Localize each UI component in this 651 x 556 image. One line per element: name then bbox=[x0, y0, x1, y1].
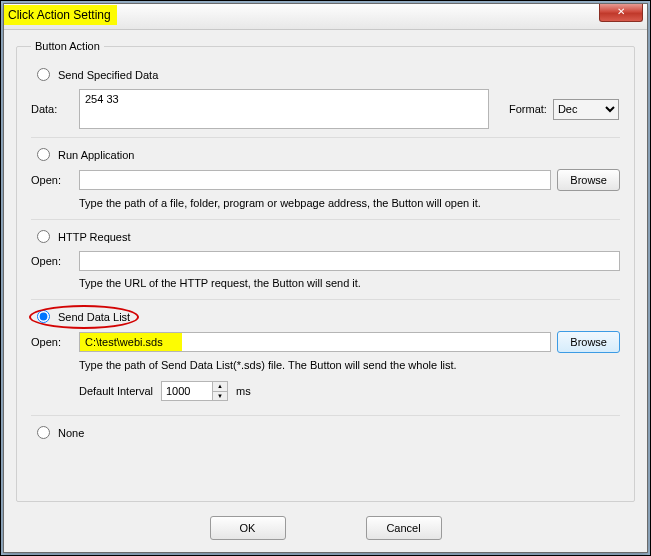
interval-up-button[interactable]: ▲ bbox=[213, 382, 227, 392]
radio-label-http-request: HTTP Request bbox=[58, 231, 131, 243]
window-title: Click Action Setting bbox=[4, 5, 117, 25]
sds-open-input[interactable] bbox=[79, 332, 551, 352]
open-label-run: Open: bbox=[31, 174, 73, 186]
data-input[interactable]: 254 33 bbox=[79, 89, 489, 129]
radio-none[interactable] bbox=[37, 426, 50, 439]
radio-send-data-list[interactable] bbox=[37, 310, 50, 323]
run-open-input[interactable] bbox=[79, 170, 551, 190]
close-button[interactable]: ✕ bbox=[599, 4, 643, 22]
interval-input[interactable] bbox=[162, 382, 212, 400]
http-open-input[interactable] bbox=[79, 251, 620, 271]
browse-button-run[interactable]: Browse bbox=[557, 169, 620, 191]
radio-http-request[interactable] bbox=[37, 230, 50, 243]
format-select[interactable]: Dec bbox=[553, 99, 619, 120]
hint-sds: Type the path of Send Data List(*.sds) f… bbox=[79, 359, 620, 371]
dialog-window: Click Action Setting ✕ Button Action Sen… bbox=[3, 3, 648, 553]
separator bbox=[31, 415, 620, 416]
separator bbox=[31, 219, 620, 220]
separator bbox=[31, 299, 620, 300]
format-label: Format: bbox=[509, 103, 547, 115]
radio-label-send-specified-data: Send Specified Data bbox=[58, 69, 158, 81]
cancel-button[interactable]: Cancel bbox=[366, 516, 442, 540]
separator bbox=[31, 137, 620, 138]
browse-button-sds[interactable]: Browse bbox=[557, 331, 620, 353]
hint-http: Type the URL of the HTTP request, the Bu… bbox=[79, 277, 620, 289]
interval-down-button[interactable]: ▼ bbox=[213, 392, 227, 401]
group-legend: Button Action bbox=[31, 40, 104, 52]
dialog-buttonbar: OK Cancel bbox=[4, 516, 647, 540]
content-area: Button Action Send Specified Data Data: … bbox=[16, 40, 635, 502]
button-action-group: Button Action Send Specified Data Data: … bbox=[16, 40, 635, 502]
ok-button[interactable]: OK bbox=[210, 516, 286, 540]
radio-label-none: None bbox=[58, 427, 84, 439]
default-interval-label: Default Interval bbox=[79, 385, 153, 397]
ms-label: ms bbox=[236, 385, 251, 397]
interval-spinner: ▲ ▼ bbox=[161, 381, 228, 401]
data-label: Data: bbox=[31, 103, 73, 115]
open-label-http: Open: bbox=[31, 255, 73, 267]
radio-label-send-data-list: Send Data List bbox=[58, 311, 130, 323]
titlebar: Click Action Setting ✕ bbox=[4, 4, 647, 30]
hint-run: Type the path of a file, folder, program… bbox=[79, 197, 620, 209]
open-label-sds: Open: bbox=[31, 336, 73, 348]
radio-send-specified-data[interactable] bbox=[37, 68, 50, 81]
radio-label-run-application: Run Application bbox=[58, 149, 134, 161]
radio-run-application[interactable] bbox=[37, 148, 50, 161]
